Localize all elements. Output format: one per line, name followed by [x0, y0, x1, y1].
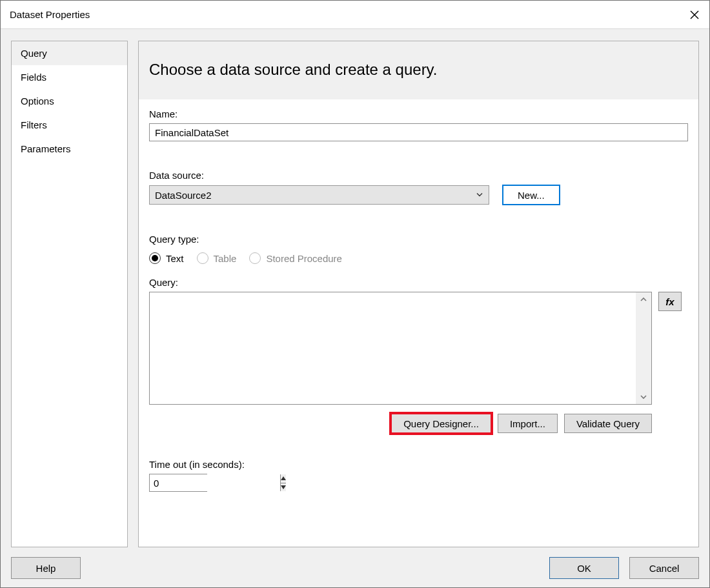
radio-text[interactable]: Text [149, 252, 184, 264]
panel-heading: Choose a data source and create a query. [149, 61, 688, 79]
svg-marker-3 [281, 485, 286, 489]
query-textarea[interactable] [150, 292, 636, 404]
sidebar-item-label: Filters [21, 119, 47, 130]
spin-up-button[interactable] [281, 474, 286, 483]
radio-icon [249, 252, 261, 264]
chevron-down-icon [476, 190, 483, 201]
query-textarea-wrap [149, 292, 652, 405]
panel-header: Choose a data source and create a query. [139, 41, 698, 99]
help-button[interactable]: Help [11, 557, 81, 579]
sidebar-item-parameters[interactable]: Parameters [12, 137, 127, 161]
button-label: OK [577, 563, 591, 574]
button-label: New... [518, 190, 545, 201]
query-label: Query: [149, 277, 688, 288]
button-label: Cancel [649, 563, 680, 574]
close-icon [690, 10, 699, 19]
dialog-body: Query Fields Options Filters Parameters … [1, 29, 709, 547]
data-source-value: DataSource2 [155, 190, 212, 201]
titlebar: Dataset Properties [1, 1, 709, 29]
window-title: Dataset Properties [10, 9, 90, 20]
name-label: Name: [149, 108, 688, 119]
button-label: Import... [510, 418, 545, 429]
data-source-label: Data source: [149, 170, 688, 181]
category-sidebar: Query Fields Options Filters Parameters [11, 41, 128, 547]
fx-icon: fx [665, 296, 674, 307]
radio-label: Text [166, 253, 184, 264]
sidebar-item-label: Parameters [21, 143, 71, 154]
dialog-footer: Help OK Cancel [1, 547, 709, 588]
radio-stored-procedure: Stored Procedure [249, 252, 342, 264]
data-source-dropdown[interactable]: DataSource2 [149, 185, 489, 205]
sidebar-item-filters[interactable]: Filters [12, 113, 127, 137]
name-input[interactable] [149, 123, 688, 141]
sidebar-item-label: Fields [21, 72, 46, 83]
radio-icon [197, 252, 208, 264]
timeout-label: Time out (in seconds): [149, 459, 688, 470]
new-data-source-button[interactable]: New... [502, 185, 560, 205]
scrollbar[interactable] [636, 292, 651, 404]
button-label: Query Designer... [403, 418, 479, 429]
sidebar-item-fields[interactable]: Fields [12, 65, 127, 89]
timeout-spinner [149, 474, 207, 492]
query-type-radios: Text Table Stored Procedure [149, 252, 688, 264]
button-label: Validate Query [576, 418, 640, 429]
sidebar-item-label: Query [21, 48, 47, 59]
import-button[interactable]: Import... [498, 414, 558, 433]
query-designer-button[interactable]: Query Designer... [391, 414, 491, 433]
sidebar-item-options[interactable]: Options [12, 89, 127, 113]
expression-button[interactable]: fx [658, 292, 682, 311]
radio-icon [149, 252, 161, 264]
radio-label: Stored Procedure [266, 253, 342, 264]
radio-table: Table [197, 252, 237, 264]
scroll-down-icon[interactable] [636, 390, 651, 404]
svg-marker-2 [281, 476, 286, 480]
main-panel: Choose a data source and create a query.… [138, 41, 699, 547]
spin-down-button[interactable] [281, 483, 286, 492]
timeout-input[interactable] [150, 474, 280, 491]
validate-query-button[interactable]: Validate Query [564, 414, 652, 433]
ok-button[interactable]: OK [549, 557, 619, 579]
scroll-up-icon[interactable] [636, 292, 651, 307]
radio-label: Table [214, 253, 237, 264]
sidebar-item-query[interactable]: Query [12, 41, 127, 65]
query-type-label: Query type: [149, 234, 688, 245]
button-label: Help [36, 563, 56, 574]
sidebar-item-label: Options [21, 96, 54, 106]
close-button[interactable] [680, 1, 709, 29]
cancel-button[interactable]: Cancel [629, 557, 699, 579]
